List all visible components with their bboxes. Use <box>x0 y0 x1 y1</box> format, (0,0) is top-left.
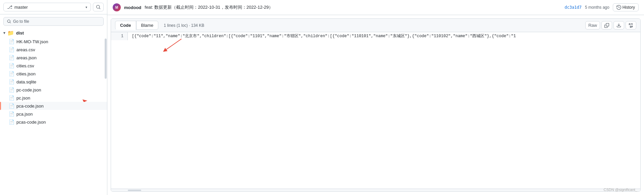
line-content: [{"code":"11","name":"北京市","children":[{… <box>128 32 520 40</box>
file-label: pc-code.json <box>16 87 41 92</box>
branch-selector[interactable]: ⎇ master ▾ <box>3 3 91 11</box>
tree-item-areas-csv[interactable]: 📄 areas.csv <box>0 46 107 54</box>
file-info: 1 lines (1 loc) · 134 KB <box>164 23 204 28</box>
tree-item-pc-json[interactable]: 📄 pc.json ➤ <box>0 94 107 102</box>
chevron-down-icon: ▾ <box>86 5 87 9</box>
vertical-scrollbar-track <box>104 28 107 195</box>
expand-button[interactable] <box>626 21 636 29</box>
file-icon: 📄 <box>9 119 14 125</box>
tree-folder-dist[interactable]: ▾ 📁 dist <box>0 28 107 38</box>
tree-item-hk-mo-tw[interactable]: 📄 HK-MO-TW.json <box>0 38 107 46</box>
tree-item-pca-json[interactable]: 📄 pca.json <box>0 110 107 118</box>
goto-file-label: Go to file <box>13 19 29 24</box>
line-number: 1 <box>111 32 128 40</box>
history-button[interactable]: History <box>613 3 639 11</box>
file-label: pc.json <box>16 95 30 101</box>
commit-time: 5 months ago <box>585 5 609 10</box>
file-icon: 📄 <box>9 95 14 101</box>
svg-line-1 <box>165 39 181 51</box>
code-line-1: 1 [{"code":"11","name":"北京市","children":… <box>111 32 640 40</box>
copy-button[interactable] <box>601 21 612 29</box>
sidebar-header: ⎇ master ▾ <box>0 0 107 14</box>
main-content: M modood feat: 数据更新（截止时间：2022-10-31，发布时间… <box>107 0 644 195</box>
history-label: History <box>623 5 635 10</box>
horizontal-scrollbar[interactable] <box>111 189 640 191</box>
file-tree: ▾ 📁 dist 📄 HK-MO-TW.json 📄 areas.csv 📄 a… <box>0 28 107 195</box>
raw-button[interactable]: Raw <box>585 21 600 29</box>
file-label: areas.json <box>16 55 37 60</box>
file-label: pca-code.json <box>16 104 44 109</box>
tree-item-pcas-code-json[interactable]: 📄 pcas-code.json <box>0 118 107 126</box>
branch-name: master <box>14 5 84 10</box>
tree-item-cities-json[interactable]: 📄 cities.json <box>0 70 107 78</box>
tab-group: Code Blame <box>115 21 158 30</box>
watermark: CSDN @significant_ <box>604 188 637 192</box>
tree-item-cities-csv[interactable]: 📄 cities.csv <box>0 62 107 70</box>
tree-item-pc-code-json[interactable]: 📄 pc-code.json <box>0 86 107 94</box>
goto-file-input[interactable]: Go to file <box>3 17 104 26</box>
file-label: areas.csv <box>16 47 35 52</box>
file-label: data.sqlite <box>16 79 36 84</box>
file-icon: 📄 <box>9 39 14 44</box>
branch-icon: ⎇ <box>7 4 12 10</box>
file-icon: 📄 <box>9 63 14 68</box>
file-actions: Raw <box>585 21 636 29</box>
file-icon: 📄 <box>9 71 14 76</box>
file-icon: 📄 <box>9 55 14 60</box>
folder-icon: 📁 <box>7 30 14 36</box>
file-icon: 📄 <box>9 111 14 117</box>
download-button[interactable] <box>613 21 624 29</box>
file-label: pcas-code.json <box>16 120 46 125</box>
sidebar: ⎇ master ▾ Go to file ▾ 📁 dist 📄 HK-MO-T… <box>0 0 107 195</box>
tree-item-data-sqlite[interactable]: 📄 data.sqlite <box>0 78 107 86</box>
commit-author: modood <box>124 5 141 10</box>
file-label: cities.csv <box>16 63 34 68</box>
chevron-right-icon: ▾ <box>3 31 5 35</box>
file-icon: 📄 <box>9 87 14 92</box>
commit-hash[interactable]: dc3a1d7 <box>565 5 582 10</box>
file-icon: 📄 <box>9 47 14 52</box>
file-label: pca.json <box>16 112 33 117</box>
horizontal-scrollbar-thumb[interactable] <box>128 190 141 191</box>
file-view: Code Blame 1 lines (1 loc) · 134 KB Raw <box>111 18 641 192</box>
commit-message: feat: 数据更新（截止时间：2022-10-31，发布时间：2022-12-… <box>145 4 561 10</box>
search-button[interactable] <box>93 3 104 11</box>
file-label: HK-MO-TW.json <box>16 39 48 44</box>
file-icon: 📄 <box>9 79 14 84</box>
file-icon: 📄 <box>9 103 14 109</box>
folder-label: dist <box>16 30 24 36</box>
vertical-scrollbar-thumb[interactable] <box>105 39 107 79</box>
avatar: M <box>113 3 121 11</box>
tab-blame[interactable]: Blame <box>136 21 159 30</box>
commit-meta: dc3a1d7 5 months ago History <box>565 3 639 11</box>
tree-item-areas-json[interactable]: 📄 areas.json <box>0 54 107 62</box>
file-label: cities.json <box>16 71 36 76</box>
tree-item-pca-code-json[interactable]: 📄 pca-code.json <box>0 102 107 110</box>
file-header: Code Blame 1 lines (1 loc) · 134 KB Raw <box>111 19 640 32</box>
commit-bar: M modood feat: 数据更新（截止时间：2022-10-31，发布时间… <box>107 0 644 15</box>
tab-code[interactable]: Code <box>115 21 136 30</box>
code-area[interactable]: 1 [{"code":"11","name":"北京市","children":… <box>111 32 640 189</box>
